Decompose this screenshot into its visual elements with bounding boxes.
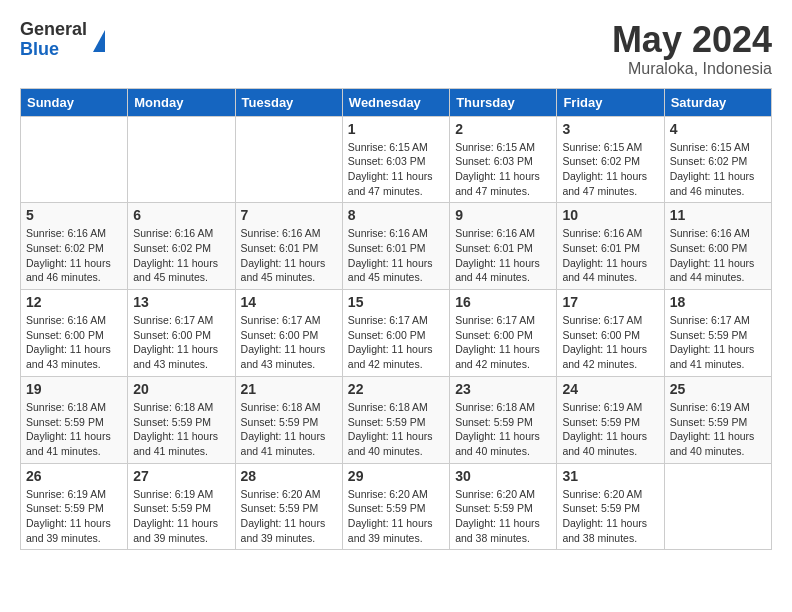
day-number: 30 [455, 468, 551, 484]
header-monday: Monday [128, 88, 235, 116]
logo-blue: Blue [20, 40, 87, 60]
logo: General Blue [20, 20, 105, 60]
day-info: Sunrise: 6:17 AMSunset: 6:00 PMDaylight:… [241, 313, 337, 372]
day-info: Sunrise: 6:17 AMSunset: 6:00 PMDaylight:… [348, 313, 444, 372]
calendar-cell: 17Sunrise: 6:17 AMSunset: 6:00 PMDayligh… [557, 290, 664, 377]
calendar-cell: 7Sunrise: 6:16 AMSunset: 6:01 PMDaylight… [235, 203, 342, 290]
calendar-week-row: 12Sunrise: 6:16 AMSunset: 6:00 PMDayligh… [21, 290, 772, 377]
calendar-cell: 10Sunrise: 6:16 AMSunset: 6:01 PMDayligh… [557, 203, 664, 290]
calendar-cell: 1Sunrise: 6:15 AMSunset: 6:03 PMDaylight… [342, 116, 449, 203]
logo-text: General Blue [20, 20, 87, 60]
day-number: 12 [26, 294, 122, 310]
day-info: Sunrise: 6:20 AMSunset: 5:59 PMDaylight:… [241, 487, 337, 546]
day-number: 3 [562, 121, 658, 137]
day-info: Sunrise: 6:15 AMSunset: 6:03 PMDaylight:… [348, 140, 444, 199]
day-number: 21 [241, 381, 337, 397]
header-wednesday: Wednesday [342, 88, 449, 116]
day-number: 22 [348, 381, 444, 397]
calendar-cell: 13Sunrise: 6:17 AMSunset: 6:00 PMDayligh… [128, 290, 235, 377]
day-number: 5 [26, 207, 122, 223]
calendar-cell: 29Sunrise: 6:20 AMSunset: 5:59 PMDayligh… [342, 463, 449, 550]
calendar-week-row: 5Sunrise: 6:16 AMSunset: 6:02 PMDaylight… [21, 203, 772, 290]
day-info: Sunrise: 6:16 AMSunset: 6:02 PMDaylight:… [26, 226, 122, 285]
day-info: Sunrise: 6:19 AMSunset: 5:59 PMDaylight:… [26, 487, 122, 546]
day-info: Sunrise: 6:17 AMSunset: 6:00 PMDaylight:… [455, 313, 551, 372]
day-number: 18 [670, 294, 766, 310]
day-number: 15 [348, 294, 444, 310]
header-tuesday: Tuesday [235, 88, 342, 116]
calendar-cell: 2Sunrise: 6:15 AMSunset: 6:03 PMDaylight… [450, 116, 557, 203]
day-number: 25 [670, 381, 766, 397]
calendar-cell: 16Sunrise: 6:17 AMSunset: 6:00 PMDayligh… [450, 290, 557, 377]
calendar-cell: 20Sunrise: 6:18 AMSunset: 5:59 PMDayligh… [128, 376, 235, 463]
calendar-week-row: 26Sunrise: 6:19 AMSunset: 5:59 PMDayligh… [21, 463, 772, 550]
day-number: 24 [562, 381, 658, 397]
day-info: Sunrise: 6:15 AMSunset: 6:02 PMDaylight:… [670, 140, 766, 199]
calendar-cell: 19Sunrise: 6:18 AMSunset: 5:59 PMDayligh… [21, 376, 128, 463]
calendar-cell: 27Sunrise: 6:19 AMSunset: 5:59 PMDayligh… [128, 463, 235, 550]
calendar-cell: 11Sunrise: 6:16 AMSunset: 6:00 PMDayligh… [664, 203, 771, 290]
calendar-cell: 5Sunrise: 6:16 AMSunset: 6:02 PMDaylight… [21, 203, 128, 290]
calendar-table: Sunday Monday Tuesday Wednesday Thursday… [20, 88, 772, 551]
calendar-cell: 6Sunrise: 6:16 AMSunset: 6:02 PMDaylight… [128, 203, 235, 290]
calendar-cell: 21Sunrise: 6:18 AMSunset: 5:59 PMDayligh… [235, 376, 342, 463]
calendar-cell [235, 116, 342, 203]
days-of-week-row: Sunday Monday Tuesday Wednesday Thursday… [21, 88, 772, 116]
day-info: Sunrise: 6:19 AMSunset: 5:59 PMDaylight:… [670, 400, 766, 459]
logo-triangle-icon [93, 30, 105, 52]
day-info: Sunrise: 6:18 AMSunset: 5:59 PMDaylight:… [348, 400, 444, 459]
day-info: Sunrise: 6:15 AMSunset: 6:03 PMDaylight:… [455, 140, 551, 199]
day-number: 7 [241, 207, 337, 223]
day-number: 16 [455, 294, 551, 310]
day-number: 28 [241, 468, 337, 484]
day-number: 2 [455, 121, 551, 137]
day-info: Sunrise: 6:18 AMSunset: 5:59 PMDaylight:… [26, 400, 122, 459]
day-number: 19 [26, 381, 122, 397]
calendar-cell: 8Sunrise: 6:16 AMSunset: 6:01 PMDaylight… [342, 203, 449, 290]
day-number: 23 [455, 381, 551, 397]
day-info: Sunrise: 6:17 AMSunset: 6:00 PMDaylight:… [562, 313, 658, 372]
day-number: 31 [562, 468, 658, 484]
calendar-cell: 14Sunrise: 6:17 AMSunset: 6:00 PMDayligh… [235, 290, 342, 377]
day-info: Sunrise: 6:19 AMSunset: 5:59 PMDaylight:… [133, 487, 229, 546]
calendar-cell: 9Sunrise: 6:16 AMSunset: 6:01 PMDaylight… [450, 203, 557, 290]
day-number: 27 [133, 468, 229, 484]
day-info: Sunrise: 6:20 AMSunset: 5:59 PMDaylight:… [455, 487, 551, 546]
month-title: May 2024 [612, 20, 772, 60]
calendar-week-row: 1Sunrise: 6:15 AMSunset: 6:03 PMDaylight… [21, 116, 772, 203]
calendar-cell: 4Sunrise: 6:15 AMSunset: 6:02 PMDaylight… [664, 116, 771, 203]
calendar-cell: 18Sunrise: 6:17 AMSunset: 5:59 PMDayligh… [664, 290, 771, 377]
calendar-cell: 25Sunrise: 6:19 AMSunset: 5:59 PMDayligh… [664, 376, 771, 463]
day-number: 20 [133, 381, 229, 397]
day-info: Sunrise: 6:15 AMSunset: 6:02 PMDaylight:… [562, 140, 658, 199]
day-info: Sunrise: 6:16 AMSunset: 6:01 PMDaylight:… [348, 226, 444, 285]
day-info: Sunrise: 6:16 AMSunset: 6:00 PMDaylight:… [670, 226, 766, 285]
calendar-cell: 28Sunrise: 6:20 AMSunset: 5:59 PMDayligh… [235, 463, 342, 550]
day-info: Sunrise: 6:20 AMSunset: 5:59 PMDaylight:… [562, 487, 658, 546]
logo-general: General [20, 20, 87, 40]
calendar-cell: 24Sunrise: 6:19 AMSunset: 5:59 PMDayligh… [557, 376, 664, 463]
header-saturday: Saturday [664, 88, 771, 116]
day-number: 29 [348, 468, 444, 484]
calendar-body: 1Sunrise: 6:15 AMSunset: 6:03 PMDaylight… [21, 116, 772, 550]
day-number: 8 [348, 207, 444, 223]
day-info: Sunrise: 6:16 AMSunset: 6:01 PMDaylight:… [562, 226, 658, 285]
calendar-cell: 22Sunrise: 6:18 AMSunset: 5:59 PMDayligh… [342, 376, 449, 463]
header-thursday: Thursday [450, 88, 557, 116]
header: General Blue May 2024 Muraloka, Indonesi… [20, 20, 772, 78]
calendar-cell: 3Sunrise: 6:15 AMSunset: 6:02 PMDaylight… [557, 116, 664, 203]
day-info: Sunrise: 6:18 AMSunset: 5:59 PMDaylight:… [455, 400, 551, 459]
day-info: Sunrise: 6:16 AMSunset: 6:02 PMDaylight:… [133, 226, 229, 285]
calendar-header: Sunday Monday Tuesday Wednesday Thursday… [21, 88, 772, 116]
calendar-cell: 26Sunrise: 6:19 AMSunset: 5:59 PMDayligh… [21, 463, 128, 550]
day-info: Sunrise: 6:16 AMSunset: 6:01 PMDaylight:… [455, 226, 551, 285]
day-info: Sunrise: 6:19 AMSunset: 5:59 PMDaylight:… [562, 400, 658, 459]
day-number: 1 [348, 121, 444, 137]
day-info: Sunrise: 6:17 AMSunset: 6:00 PMDaylight:… [133, 313, 229, 372]
day-number: 13 [133, 294, 229, 310]
day-number: 26 [26, 468, 122, 484]
calendar-cell [664, 463, 771, 550]
calendar-cell: 12Sunrise: 6:16 AMSunset: 6:00 PMDayligh… [21, 290, 128, 377]
calendar-cell: 23Sunrise: 6:18 AMSunset: 5:59 PMDayligh… [450, 376, 557, 463]
calendar-cell: 31Sunrise: 6:20 AMSunset: 5:59 PMDayligh… [557, 463, 664, 550]
